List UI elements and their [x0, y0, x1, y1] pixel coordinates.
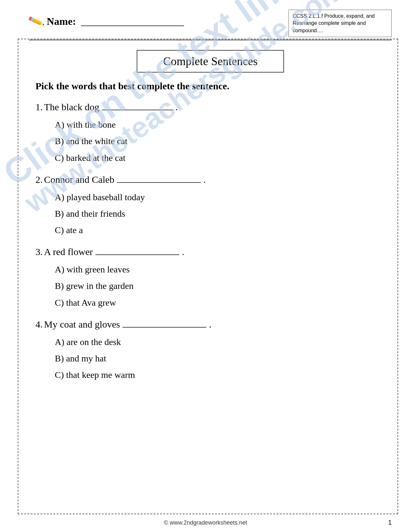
instructions: Pick the words that best complete the se… [35, 81, 385, 92]
q1-choice-c-text: barked at the cat [66, 153, 125, 163]
q2-choice-c-text: ate a [66, 225, 83, 235]
q4-choice-c-text: that keep me warm [66, 370, 135, 380]
q1-choice-a-text: with the bone [67, 120, 116, 130]
q4-choice-a: A) are on the desk [55, 336, 392, 348]
q1-stem-before: The black dog [44, 102, 100, 113]
q3-choice-b-text: grew in the garden [66, 281, 133, 291]
page-number: 1 [388, 519, 392, 526]
q1-stem-after: . [175, 102, 178, 113]
question-3-stem: 3. A red flower . [35, 246, 392, 257]
q4-stem-before: My coat and gloves [44, 319, 120, 330]
q3-number: 3. [35, 246, 43, 257]
q1-choice-c-label: C) [55, 153, 64, 163]
q1-number: 1. [35, 102, 43, 113]
title-section: Complete Sentences [48, 50, 372, 73]
q2-choice-b-text: and their friends [66, 209, 125, 219]
name-label: Name: [47, 15, 76, 27]
q3-choice-c-text: that Ava grew [66, 298, 116, 308]
q1-choice-b: B) and the white cat [55, 135, 392, 147]
q1-choice-b-text: and the white cat [66, 136, 127, 146]
name-section: ✏️ Name: [29, 10, 184, 28]
name-line [81, 16, 184, 26]
question-2-stem: 2. Connor and Caleb . [35, 174, 392, 185]
copyright: © www.2ndgradeworksheets.net [164, 519, 247, 526]
header: ✏️ Name: CCSS 2.L.1.f Produce, expand, a… [29, 10, 392, 40]
q3-stem-before: A red flower [44, 246, 93, 257]
q3-choice-a-label: A) [55, 264, 64, 274]
q1-choice-c: C) barked at the cat [55, 152, 392, 164]
question-1: 1. The black dog . A) with the bone B) a… [29, 101, 392, 164]
q4-choice-a-text: are on the desk [67, 337, 121, 347]
q2-choice-a-text: played baseball today [67, 192, 145, 202]
q1-choice-a-label: A) [55, 120, 64, 130]
q3-choice-a-text: with green leaves [67, 264, 130, 274]
q1-choice-a: A) with the bone [55, 118, 392, 131]
q4-choice-a-label: A) [55, 337, 64, 347]
q3-blank [95, 246, 179, 255]
q2-number: 2. [35, 174, 43, 185]
title-box: Complete Sentences [137, 50, 284, 73]
question-4: 4. My coat and gloves . A) are on the de… [29, 319, 392, 381]
q2-choice-c-label: C) [55, 225, 64, 235]
q2-choice-b: B) and their friends [55, 207, 392, 220]
page: ✏️ Name: CCSS 2.L.1.f Produce, expand, a… [0, 0, 411, 532]
q3-choice-b-label: B) [55, 281, 64, 291]
q3-choice-c-label: C) [55, 298, 64, 308]
q1-blank [102, 101, 173, 110]
q3-choices: A) with green leaves B) grew in the gard… [35, 263, 392, 309]
q2-blank [117, 174, 201, 183]
q2-choices: A) played baseball today B) and their fr… [35, 191, 392, 237]
q2-stem-before: Connor and Caleb [44, 174, 114, 185]
q4-choice-c: C) that keep me warm [55, 369, 392, 381]
q3-choice-a: A) with green leaves [55, 263, 392, 276]
footer: © www.2ndgradeworksheets.net [0, 519, 411, 526]
q3-choice-b: B) grew in the garden [55, 280, 392, 292]
question-4-stem: 4. My coat and gloves . [35, 319, 392, 330]
q2-stem-after: . [203, 174, 206, 185]
q4-stem-after: . [209, 319, 211, 330]
q4-choices: A) are on the desk B) and my hat C) that… [35, 336, 392, 381]
q1-choices: A) with the bone B) and the white cat C)… [35, 118, 392, 164]
question-3: 3. A red flower . A) with green leaves B… [29, 246, 392, 309]
question-2: 2. Connor and Caleb . A) played baseball… [29, 174, 392, 237]
standard-box: CCSS 2.L.1.f Produce, expand, and Rearra… [289, 10, 392, 37]
q3-stem-after: . [182, 246, 184, 257]
q2-choice-a-label: A) [55, 192, 64, 202]
q3-choice-c: C) that Ava grew [55, 296, 392, 309]
pencil-icon: ✏️ [27, 13, 45, 30]
q4-blank [122, 319, 206, 328]
q4-choice-b: B) and my hat [55, 352, 392, 365]
question-1-stem: 1. The black dog . [35, 101, 392, 113]
q4-number: 4. [35, 319, 43, 330]
q4-choice-c-label: C) [55, 370, 64, 380]
q4-choice-b-label: B) [55, 353, 64, 363]
q1-choice-b-label: B) [55, 136, 64, 146]
q2-choice-c: C) ate a [55, 224, 392, 236]
q4-choice-b-text: and my hat [66, 353, 106, 363]
q2-choice-b-label: B) [55, 209, 64, 219]
q2-choice-a: A) played baseball today [55, 191, 392, 203]
